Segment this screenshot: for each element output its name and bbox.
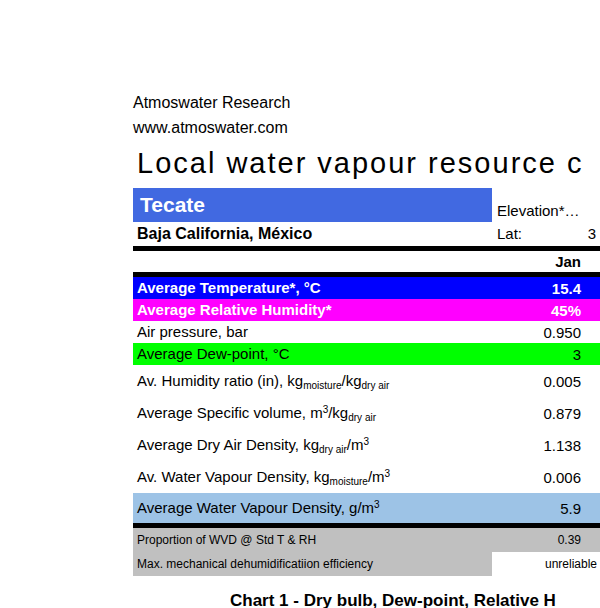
table-row: Average Temperature*, °C15.4 — [133, 277, 600, 299]
table-row: Average Water Vapour Density, g/m35.9 — [133, 493, 600, 523]
table-row: Av. Water Vapour Density, kgmoisture/m30… — [133, 461, 600, 493]
city-name-cell: Tecate — [133, 188, 492, 222]
row-value: 0.950 — [543, 324, 581, 341]
row-value: 0.39 — [558, 533, 581, 547]
row-value: 45% — [551, 302, 581, 319]
row-label: Av. Water Vapour Density, kgmoisture/m3 — [133, 469, 390, 485]
latitude-value: 3 — [588, 222, 596, 246]
elevation-label: Elevation*… — [497, 202, 580, 219]
row-label: Average Water Vapour Density, g/m3 — [133, 500, 380, 516]
table-body: Average Temperature*, °C15.4Average Rela… — [133, 277, 600, 523]
row-value: 0.006 — [543, 469, 581, 486]
month-header-row: Jan — [133, 251, 600, 272]
table-row: Proportion of WVD @ Std T & RH0.39 — [133, 528, 600, 552]
row-label: Average Dry Air Density, kgdry air/m3 — [133, 437, 369, 453]
row-value: 15.4 — [552, 280, 581, 297]
table-row: Average Dew-point, °C3 — [133, 343, 600, 365]
row-label: Average Specific volume, m3/kgdry air — [133, 405, 376, 421]
row-label: Max. mechanical dehumidificatiion effici… — [133, 558, 373, 571]
row-value: 5.9 — [560, 500, 581, 517]
table-row: Max. mechanical dehumidificatiion effici… — [133, 552, 600, 576]
brand-url: www.atmoswater.com — [133, 115, 290, 140]
row-label: Proportion of WVD @ Std T & RH — [133, 534, 316, 547]
region-row: Baja California, México Lat: 3 — [133, 222, 600, 246]
table-row: Average Relative Humidity*45% — [133, 299, 600, 321]
table-row: Av. Humidity ratio (in), kgmoisture/kgdr… — [133, 365, 600, 397]
region-name: Baja California, México — [133, 225, 312, 242]
month-header: Jan — [555, 251, 581, 272]
row-label: Average Temperature*, °C — [133, 280, 321, 296]
table-footer: Proportion of WVD @ Std T & RH0.39Max. m… — [133, 528, 600, 576]
chart-caption: Chart 1 - Dry bulb, Dew-point, Relative … — [230, 591, 556, 608]
row-value: 0.005 — [543, 373, 581, 390]
table-row: Average Dry Air Density, kgdry air/m31.1… — [133, 429, 600, 461]
row-value: 0.879 — [543, 405, 581, 422]
row-label: Average Relative Humidity* — [133, 302, 332, 318]
brand-block: Atmoswater Research www.atmoswater.com — [133, 90, 290, 140]
table-row: Air pressure, bar0.950 — [133, 321, 600, 343]
row-label: Air pressure, bar — [133, 324, 248, 340]
page-title: Local water vapour resource c — [137, 147, 583, 180]
latitude-label: Lat: — [497, 222, 522, 246]
row-label: Av. Humidity ratio (in), kgmoisture/kgdr… — [133, 373, 389, 389]
table-row: Average Specific volume, m3/kgdry air0.8… — [133, 397, 600, 429]
row-label: Average Dew-point, °C — [133, 346, 289, 362]
city-banner-row: Tecate Elevation*… — [133, 188, 600, 222]
row-value: 3 — [573, 346, 581, 363]
row-value: unreliable — [492, 552, 600, 576]
data-sheet: Tecate Elevation*… Baja California, Méxi… — [133, 188, 600, 576]
brand-name: Atmoswater Research — [133, 90, 290, 115]
row-value: 1.138 — [543, 437, 581, 454]
